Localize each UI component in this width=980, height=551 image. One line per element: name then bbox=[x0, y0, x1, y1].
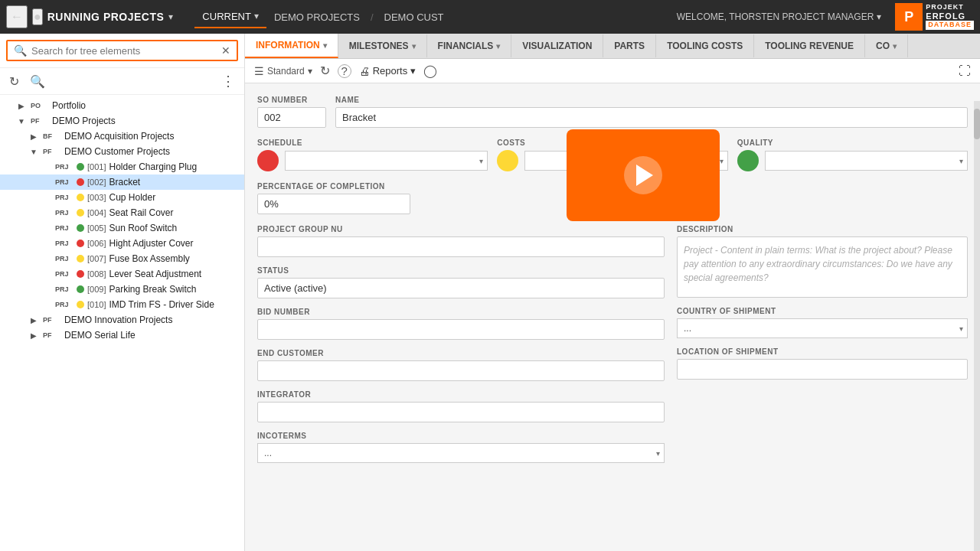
reports-printer-icon: 🖨 bbox=[359, 65, 370, 77]
list-item[interactable]: PRJ [002] Bracket bbox=[0, 174, 244, 190]
status-dot-yellow bbox=[77, 194, 84, 201]
status-input[interactable] bbox=[257, 278, 665, 298]
list-item[interactable]: ▼ PF DEMO Customer Projects bbox=[0, 144, 244, 159]
running-projects-chevron[interactable]: ▾ bbox=[168, 11, 173, 22]
list-item[interactable]: ▶ BF DEMO Acquisition Projects bbox=[0, 129, 244, 144]
list-item[interactable]: ▶ PF DEMO Serial Life bbox=[0, 328, 244, 343]
project-group-label: PROJECT GROUP NU bbox=[257, 225, 665, 233]
end-customer-input[interactable] bbox=[257, 360, 665, 381]
sidebar-toolbar: ↻ 🔍 ⋮ bbox=[0, 68, 244, 95]
content-toolbar: ☰ Standard ▾ ↻ ? 🖨 Reports ▾ ◯ ⛶ bbox=[245, 59, 980, 83]
tree-item-id: [001] bbox=[87, 162, 106, 171]
expand-icon bbox=[40, 163, 52, 171]
tab-tooling-revenue-label: TOOLING REVENUE bbox=[765, 41, 854, 51]
country-select[interactable]: ... bbox=[677, 318, 968, 338]
expand-icon: ▶ bbox=[15, 102, 28, 110]
list-item[interactable]: PRJ [003] Cup Holder bbox=[0, 190, 244, 205]
back-button[interactable]: ← bbox=[6, 5, 28, 28]
help-button[interactable]: ? bbox=[338, 64, 351, 78]
info-circle-button[interactable]: ◯ bbox=[423, 64, 437, 78]
welcome-user-btn[interactable]: WELCOME, THORSTEN PROJECT MANAGER ▾ bbox=[677, 11, 882, 22]
schedule-dot-red bbox=[257, 150, 279, 171]
tab-tooling-costs[interactable]: TOOLING COSTS bbox=[656, 34, 754, 57]
demo-cust-nav-btn[interactable]: DEMO CUST bbox=[377, 7, 452, 28]
list-item[interactable]: ▶ PO Portfolio bbox=[0, 98, 244, 113]
more-options-button[interactable]: ⋮ bbox=[218, 71, 238, 91]
expand-icon: ▼ bbox=[15, 117, 28, 126]
list-item[interactable]: PRJ [001] Holder Charging Plug bbox=[0, 159, 244, 174]
scrollbar[interactable] bbox=[974, 101, 980, 551]
tab-milestones[interactable]: MILESTONES ▾ bbox=[338, 34, 427, 57]
country-of-shipment-label: COUNTRY OF SHIPMENT bbox=[677, 307, 968, 315]
tab-visualization[interactable]: VISUALIZATION bbox=[511, 34, 603, 57]
project-group-input[interactable] bbox=[257, 236, 665, 257]
video-overlay[interactable] bbox=[567, 129, 720, 221]
tree-item-label: Seat Rail Cover bbox=[109, 207, 173, 218]
tree-item-label: Fuse Box Assembly bbox=[109, 253, 189, 264]
tree-item-id: [003] bbox=[87, 193, 106, 202]
tree-item-id: [004] bbox=[87, 208, 106, 217]
list-item[interactable]: ▶ PF DEMO Innovation Projects bbox=[0, 312, 244, 328]
quality-select[interactable] bbox=[765, 151, 968, 171]
list-item[interactable]: PRJ [010] IMD Trim FS - Driver Side bbox=[0, 297, 244, 312]
tree-item-label: Portfolio bbox=[52, 100, 86, 111]
so-number-input[interactable] bbox=[257, 107, 326, 128]
tab-information-chevron-icon: ▾ bbox=[323, 41, 327, 50]
tab-tooling-revenue[interactable]: TOOLING REVENUE bbox=[754, 34, 865, 57]
two-col-layout: PROJECT GROUP NU STATUS BID NUMBER bbox=[257, 225, 968, 472]
expand-icon bbox=[40, 178, 52, 187]
filter-button[interactable]: ☰ Standard ▾ bbox=[254, 65, 312, 77]
refresh-button[interactable]: ↻ bbox=[320, 64, 330, 78]
tab-co[interactable]: CO ▾ bbox=[865, 34, 908, 57]
status-dot-yellow bbox=[77, 255, 84, 262]
fullscreen-button[interactable]: ⛶ bbox=[959, 64, 971, 78]
tab-financials[interactable]: FINANCIALS ▾ bbox=[427, 34, 512, 57]
main-layout: 🔍 ✕ ↻ 🔍 ⋮ ▶ PO Portfolio ▼ PF DEMO Proje… bbox=[0, 34, 980, 551]
reports-label: Reports bbox=[373, 65, 408, 77]
dot-menu-button[interactable]: ● bbox=[32, 8, 43, 25]
reports-button[interactable]: 🖨 Reports ▾ bbox=[359, 65, 416, 77]
name-input[interactable] bbox=[335, 107, 968, 128]
tab-information[interactable]: INFORMATION ▾ bbox=[245, 34, 338, 58]
tab-co-chevron-icon: ▾ bbox=[893, 42, 897, 51]
completion-input[interactable] bbox=[257, 194, 410, 214]
tab-tooling-costs-label: TOOLING COSTS bbox=[667, 41, 743, 51]
integrator-input[interactable] bbox=[257, 402, 665, 422]
list-item[interactable]: PRJ [008] Lever Seat Adjustment bbox=[0, 266, 244, 282]
schedule-group: SCHEDULE ▾ bbox=[257, 139, 488, 171]
completion-group: PERCENTAGE OF COMPLETION bbox=[257, 182, 410, 214]
refresh-icon: ↻ bbox=[320, 64, 330, 78]
search-tree-button[interactable]: 🔍 bbox=[27, 73, 48, 90]
tab-parts-label: PARTS bbox=[614, 41, 645, 51]
type-badge: PF bbox=[43, 148, 61, 155]
search-input[interactable] bbox=[31, 45, 217, 57]
type-badge: PRJ bbox=[55, 255, 74, 262]
search-clear-button[interactable]: ✕ bbox=[221, 44, 230, 57]
expand-icon bbox=[40, 255, 52, 263]
incoterms-select[interactable]: ... bbox=[257, 443, 665, 463]
tab-parts[interactable]: PARTS bbox=[603, 34, 656, 57]
refresh-tree-button[interactable]: ↻ bbox=[6, 73, 22, 90]
location-of-shipment-input[interactable] bbox=[677, 359, 968, 380]
current-nav-btn[interactable]: CURRENT ▾ bbox=[194, 6, 266, 28]
status-dot-red bbox=[77, 270, 84, 278]
type-badge: PRJ bbox=[55, 178, 74, 186]
expand-icon: ▼ bbox=[28, 148, 40, 156]
list-item[interactable]: ▼ PF DEMO Projects bbox=[0, 113, 244, 129]
list-item[interactable]: PRJ [006] Hight Adjuster Cover bbox=[0, 236, 244, 251]
schedule-select[interactable] bbox=[285, 151, 488, 171]
tree-item-id: [008] bbox=[87, 269, 106, 279]
list-item[interactable]: PRJ [007] Fuse Box Assembly bbox=[0, 251, 244, 266]
search-icon: 🔍 bbox=[14, 44, 27, 57]
tree-item-id: [005] bbox=[87, 223, 106, 233]
scroll-thumb[interactable] bbox=[974, 109, 980, 139]
list-item[interactable]: PRJ [004] Seat Rail Cover bbox=[0, 205, 244, 220]
play-button[interactable] bbox=[624, 156, 662, 194]
country-of-shipment-group: COUNTRY OF SHIPMENT ... ▾ bbox=[677, 307, 968, 338]
list-item[interactable]: PRJ [005] Sun Roof Switch bbox=[0, 220, 244, 236]
demo-projects-nav-btn[interactable]: DEMO PROJECTS bbox=[266, 7, 368, 28]
bid-number-input[interactable] bbox=[257, 319, 665, 340]
left-column: PROJECT GROUP NU STATUS BID NUMBER bbox=[257, 225, 665, 472]
list-item[interactable]: PRJ [009] Parking Break Switch bbox=[0, 282, 244, 297]
tree-item-id: [010] bbox=[87, 300, 106, 309]
